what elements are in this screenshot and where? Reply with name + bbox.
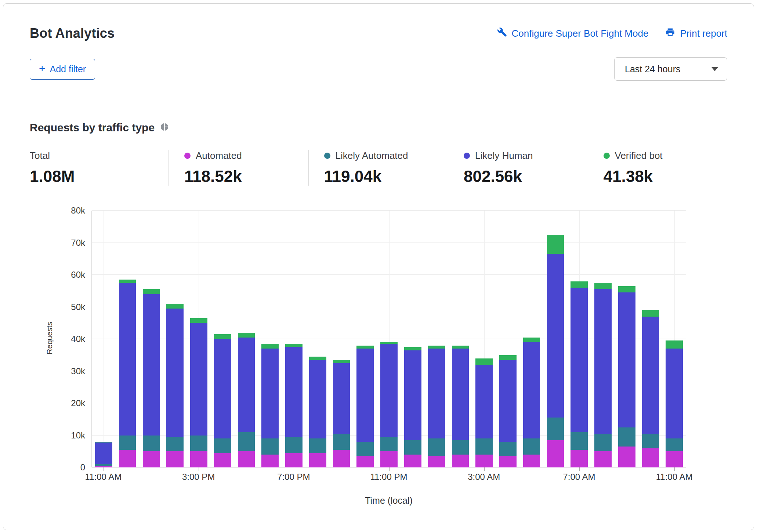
bar-segment[interactable] (166, 309, 184, 437)
bar-segment[interactable] (571, 281, 588, 288)
bar-segment[interactable] (642, 434, 659, 448)
bar-segment[interactable] (428, 349, 445, 438)
bar-segment[interactable] (571, 432, 588, 450)
bar-segment[interactable] (404, 440, 421, 455)
bar-segment[interactable] (285, 437, 303, 453)
bar-segment[interactable] (499, 355, 517, 360)
stacked-bar[interactable] (356, 211, 374, 467)
stacked-bar[interactable] (642, 211, 659, 467)
bar-segment[interactable] (618, 286, 635, 293)
bar-segment[interactable] (499, 456, 517, 467)
bar-segment[interactable] (452, 346, 469, 349)
bar-segment[interactable] (214, 438, 231, 453)
stacked-bar[interactable] (380, 211, 398, 467)
bar-segment[interactable] (356, 346, 374, 349)
bar-segment[interactable] (190, 323, 207, 435)
bar-segment[interactable] (95, 442, 112, 464)
bar-segment[interactable] (309, 438, 326, 453)
bar-segment[interactable] (571, 288, 588, 432)
stacked-bar[interactable] (404, 211, 421, 467)
bar-segment[interactable] (452, 455, 469, 467)
bar-segment[interactable] (666, 349, 683, 438)
bar-segment[interactable] (119, 436, 136, 450)
bar-segment[interactable] (380, 451, 398, 467)
stacked-bar[interactable] (119, 211, 136, 467)
bar-segment[interactable] (642, 310, 659, 317)
stacked-bar[interactable] (666, 211, 683, 467)
bar-segment[interactable] (261, 438, 279, 455)
stacked-bar[interactable] (618, 211, 635, 467)
bar-segment[interactable] (261, 349, 279, 438)
bar-segment[interactable] (238, 333, 255, 338)
bar-segment[interactable] (309, 357, 326, 360)
bar-segment[interactable] (428, 438, 445, 456)
bar-segment[interactable] (143, 294, 160, 436)
bar-segment[interactable] (523, 438, 540, 455)
bar-segment[interactable] (523, 342, 540, 439)
bar-segment[interactable] (571, 450, 588, 467)
bar-segment[interactable] (285, 453, 303, 467)
bar-segment[interactable] (166, 437, 184, 451)
bar-segment[interactable] (190, 318, 207, 323)
bar-segment[interactable] (618, 427, 635, 447)
stacked-bar[interactable] (190, 211, 207, 467)
bar-segment[interactable] (380, 344, 398, 437)
bar-segment[interactable] (642, 317, 659, 434)
bar-segment[interactable] (428, 456, 445, 467)
bar-segment[interactable] (143, 451, 160, 467)
bar-segment[interactable] (594, 283, 612, 289)
bar-segment[interactable] (309, 453, 326, 467)
bar-segment[interactable] (309, 360, 326, 438)
stacked-bar[interactable] (309, 211, 326, 467)
bar-segment[interactable] (499, 360, 517, 442)
bar-segment[interactable] (547, 440, 564, 467)
bar-segment[interactable] (594, 434, 612, 451)
stacked-bar[interactable] (333, 211, 350, 467)
bar-segment[interactable] (475, 365, 493, 438)
bar-segment[interactable] (404, 455, 421, 467)
stacked-bar[interactable] (214, 211, 231, 467)
bar-segment[interactable] (618, 292, 635, 427)
bar-segment[interactable] (666, 451, 683, 467)
bar-segment[interactable] (547, 235, 564, 254)
bar-segment[interactable] (333, 360, 350, 363)
bar-segment[interactable] (261, 455, 279, 467)
bar-segment[interactable] (333, 434, 350, 450)
add-filter-button[interactable]: + Add filter (30, 59, 95, 80)
bar-segment[interactable] (95, 466, 112, 467)
bar-segment[interactable] (356, 349, 374, 442)
bar-segment[interactable] (452, 440, 469, 455)
time-range-select[interactable]: Last 24 hours (614, 57, 727, 81)
bar-segment[interactable] (475, 455, 493, 467)
bar-segment[interactable] (214, 453, 231, 467)
bar-segment[interactable] (285, 344, 303, 347)
stacked-bar[interactable] (547, 211, 564, 467)
bar-segment[interactable] (238, 432, 255, 452)
stacked-bar[interactable] (428, 211, 445, 467)
stat-likely-automated[interactable]: Likely Automated 119.04k (308, 150, 448, 186)
bar-segment[interactable] (333, 363, 350, 434)
stacked-bar[interactable] (238, 211, 255, 467)
bar-segment[interactable] (214, 334, 231, 339)
stacked-bar[interactable] (166, 211, 184, 467)
bar-segment[interactable] (523, 338, 540, 342)
bar-segment[interactable] (143, 436, 160, 452)
bar-segment[interactable] (428, 346, 445, 349)
bar-segment[interactable] (166, 304, 184, 309)
bar-segment[interactable] (333, 450, 350, 467)
bar-segment[interactable] (238, 451, 255, 467)
bar-segment[interactable] (475, 438, 493, 455)
bar-segment[interactable] (404, 350, 421, 440)
bar-segment[interactable] (356, 442, 374, 456)
bar-segment[interactable] (238, 338, 255, 432)
stacked-bar[interactable] (143, 211, 160, 467)
bar-segment[interactable] (404, 347, 421, 350)
bar-segment[interactable] (547, 254, 564, 418)
stacked-bar[interactable] (452, 211, 469, 467)
stacked-bar[interactable] (594, 211, 612, 467)
stacked-bar[interactable] (499, 211, 517, 467)
bar-segment[interactable] (452, 349, 469, 440)
bar-segment[interactable] (499, 442, 517, 456)
bar-segment[interactable] (119, 450, 136, 467)
bar-segment[interactable] (143, 289, 160, 294)
